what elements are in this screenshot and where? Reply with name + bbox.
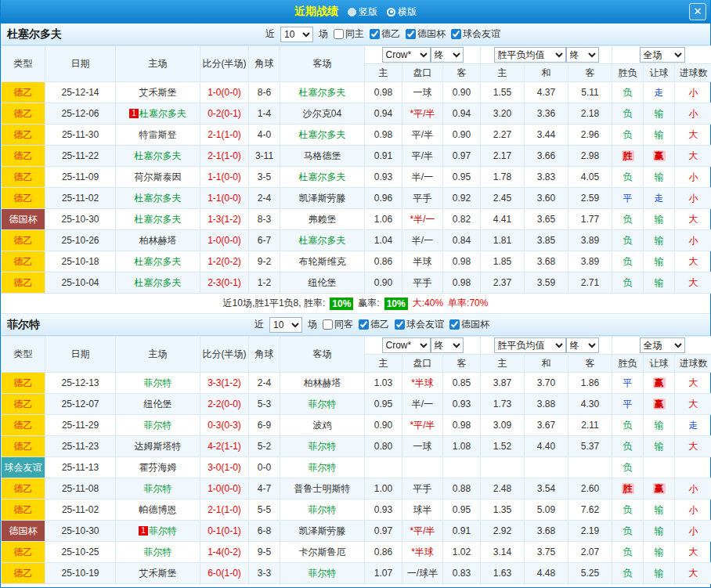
filter-label: 球会友谊 bbox=[406, 318, 444, 331]
goals-value: 小 bbox=[689, 483, 698, 494]
result-cell: 负 bbox=[612, 272, 644, 294]
away-team-cell: 杜塞尔多夫 bbox=[280, 124, 365, 146]
date-cell: 25-10-26 bbox=[45, 230, 116, 251]
layout-vertical-option[interactable]: 竖版 bbox=[348, 5, 377, 19]
checkbox-input[interactable] bbox=[323, 319, 333, 330]
filter-checkbox[interactable]: 同客 bbox=[323, 318, 353, 331]
bookmaker-select[interactable]: Crow* bbox=[382, 337, 431, 353]
column-header-line: 盘口 bbox=[402, 64, 443, 82]
handicap-result-cell: 走 bbox=[644, 188, 675, 209]
odds-away-cell: 0.95 bbox=[443, 167, 481, 188]
date-cell: 25-12-07 bbox=[45, 394, 116, 415]
filter-checkbox[interactable]: 同主 bbox=[334, 27, 364, 41]
filter-checkbox[interactable]: 球会友谊 bbox=[395, 318, 444, 331]
filter-checkbox[interactable]: 德乙 bbox=[370, 27, 400, 41]
avg-odds-select[interactable]: 胜平负均值 bbox=[494, 47, 566, 63]
result-value: 胜 bbox=[622, 150, 634, 161]
team-name-text: 荷尔斯泰因 bbox=[135, 171, 182, 182]
away-team-cell: 菲尔特 bbox=[280, 457, 365, 478]
odds-away-cell: 0.93 bbox=[443, 394, 481, 415]
team-name-text: 杜塞尔多夫 bbox=[299, 171, 346, 182]
goals-cell: 小 bbox=[675, 188, 711, 209]
checkbox-input[interactable] bbox=[359, 319, 369, 330]
handicap-result-cell: 输 bbox=[644, 415, 675, 436]
avg-home-cell: 2.17 bbox=[481, 146, 525, 167]
score-cell: 1-0(0-0) bbox=[200, 82, 249, 103]
goals-cell: 小 bbox=[675, 103, 711, 124]
result-value: 负 bbox=[623, 235, 633, 246]
scope-select[interactable]: 全场 bbox=[640, 337, 685, 353]
match-count-select[interactable]: 10 bbox=[269, 317, 302, 333]
score-cell: 1-0(0-0) bbox=[200, 230, 249, 251]
close-icon[interactable]: ✕ bbox=[689, 3, 706, 20]
result-cell: 负 bbox=[612, 124, 644, 146]
column-header-handicap: 让球 bbox=[644, 355, 675, 373]
goals-value: 大 bbox=[689, 129, 698, 140]
home-team-cell: 杜塞尔多夫 bbox=[116, 272, 200, 294]
filter-checkbox[interactable]: 德国杯 bbox=[406, 27, 446, 41]
odds-final-select[interactable]: 终 bbox=[431, 47, 464, 63]
avg-home-cell: 1.35 bbox=[481, 500, 525, 521]
handicap-value: 走 bbox=[655, 193, 664, 204]
odds-away-cell: 0.91 bbox=[443, 521, 481, 542]
checkbox-input[interactable] bbox=[406, 29, 416, 39]
handicap-value: 赢 bbox=[653, 377, 666, 388]
result-value: 负 bbox=[623, 87, 633, 98]
team-name-text: 菲尔特 bbox=[309, 568, 337, 579]
filter-checkbox[interactable]: 德乙 bbox=[359, 318, 389, 331]
score-cell: 0-3(0-3) bbox=[200, 415, 249, 436]
checkbox-input[interactable] bbox=[449, 319, 460, 330]
scope-header: 全场 bbox=[612, 46, 711, 64]
date-cell: 25-11-29 bbox=[45, 415, 116, 436]
result-cell: 负 bbox=[612, 251, 644, 272]
goals-value: 大 bbox=[689, 399, 698, 409]
goals-value: 大 bbox=[689, 377, 698, 388]
handicap-value: 赢 bbox=[653, 483, 666, 494]
team-name-text: 艾禾斯堡 bbox=[139, 87, 177, 98]
column-header-date: 日期 bbox=[45, 337, 116, 373]
scope-select[interactable]: 全场 bbox=[640, 47, 685, 63]
match-count-select[interactable]: 10 bbox=[280, 27, 313, 42]
goals-cell: 大 bbox=[675, 251, 711, 272]
goals-cell: 小 bbox=[675, 500, 711, 521]
odds-away-cell: 0.92 bbox=[443, 188, 481, 209]
avg-final-select[interactable]: 终 bbox=[566, 47, 599, 63]
away-team-cell: 菲尔特 bbox=[280, 563, 365, 584]
team-name-text: 柏林赫塔 bbox=[304, 377, 341, 388]
avg-draw-cell: 3.65 bbox=[525, 209, 568, 230]
date-cell: 25-12-14 bbox=[45, 82, 116, 103]
result-value: 负 bbox=[623, 525, 633, 536]
match-row: 德乙25-12-14艾禾斯堡1-0(0-0)8-6杜塞尔多夫0.98一球0.90… bbox=[2, 82, 711, 103]
avg-draw-cell: 3.85 bbox=[525, 230, 568, 251]
checkbox-input[interactable] bbox=[370, 29, 380, 39]
score-cell: 2-1(1-0) bbox=[200, 124, 249, 146]
avg-draw-cell: 3.36 bbox=[525, 103, 568, 124]
matches-table: 类型日期主场比分(半场)角球客场Crow*终胜平负均值终全场主盘口客主和客胜负让… bbox=[1, 45, 711, 294]
avg-final-select[interactable]: 终 bbox=[566, 337, 599, 353]
handicap-line-cell: 平/半 bbox=[402, 146, 443, 167]
odds-home-cell: 0.93 bbox=[365, 500, 402, 521]
date-cell: 25-11-30 bbox=[45, 124, 116, 146]
home-team-cell: 杜塞尔多夫 bbox=[116, 188, 200, 209]
filter-checkbox[interactable]: 球会友谊 bbox=[451, 27, 500, 41]
checkbox-input[interactable] bbox=[395, 319, 405, 330]
league-cell: 德乙 bbox=[2, 251, 45, 272]
team-name-text: 菲尔特 bbox=[149, 525, 177, 536]
avg-odds-select[interactable]: 胜平负均值 bbox=[494, 337, 566, 353]
avg-home-cell: 2.45 bbox=[481, 188, 525, 209]
team-name-text: 霍芬海姆 bbox=[139, 462, 177, 473]
avg-home-cell: 1.52 bbox=[481, 436, 525, 457]
home-team-cell: 杜塞尔多夫 bbox=[116, 209, 200, 230]
odds-final-select[interactable]: 终 bbox=[431, 337, 464, 353]
handicap-value: 输 bbox=[655, 277, 664, 288]
league-cell: 德乙 bbox=[2, 103, 45, 124]
checkbox-input[interactable] bbox=[334, 29, 344, 39]
bookmaker-select[interactable]: Crow* bbox=[382, 47, 431, 63]
layout-horizontal-option[interactable]: 横版 bbox=[387, 5, 417, 19]
sections-container: 杜塞尔多夫近10场同主德乙德国杯球会友谊类型日期主场比分(半场)角球客场Crow… bbox=[1, 23, 710, 584]
checkbox-input[interactable] bbox=[451, 29, 461, 39]
handicap-result-cell: 输 bbox=[644, 167, 675, 188]
filter-checkbox[interactable]: 德国杯 bbox=[449, 318, 489, 331]
team-name-text: 弗赖堡 bbox=[309, 214, 337, 225]
team-name: 菲尔特 bbox=[7, 318, 40, 332]
